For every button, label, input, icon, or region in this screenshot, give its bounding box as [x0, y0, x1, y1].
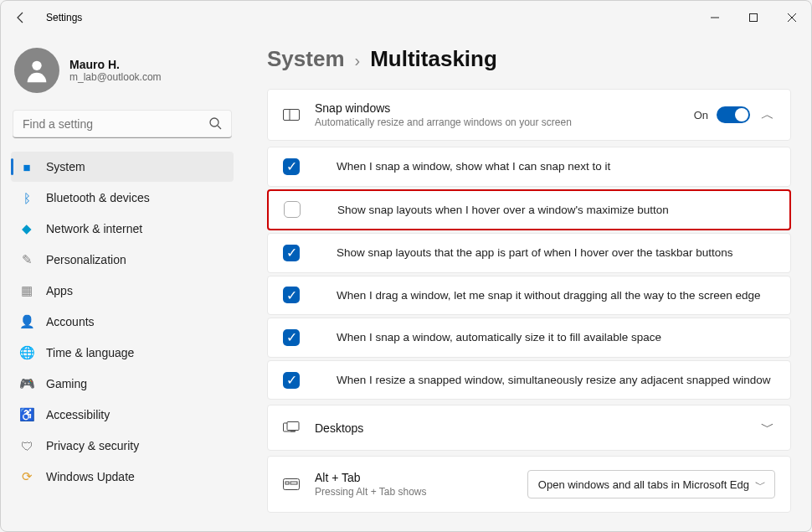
- sidebar-item-label: System: [46, 160, 85, 173]
- svg-rect-1: [750, 14, 758, 22]
- accounts-icon: 👤: [19, 314, 34, 329]
- search-icon: [208, 116, 222, 133]
- sidebar-item-time[interactable]: 🌐Time & language: [11, 338, 234, 368]
- snap-option-label: When I resize a snapped window, simultan…: [337, 373, 771, 388]
- window-title: Settings: [46, 12, 82, 23]
- display-icon: ■: [19, 159, 34, 174]
- globe-icon: 🌐: [19, 345, 34, 360]
- page-title: Multitasking: [370, 46, 497, 72]
- profile-name: Mauro H.: [69, 58, 162, 71]
- profile-email: m_lab@outlook.com: [69, 71, 162, 83]
- svg-point-4: [32, 61, 41, 70]
- sidebar-item-label: Personalization: [46, 253, 126, 266]
- sidebar-item-label: Accounts: [46, 315, 95, 328]
- svg-line-6: [218, 126, 221, 129]
- checkbox[interactable]: ✓: [283, 245, 300, 261]
- chevron-up-icon[interactable]: ︿: [760, 106, 775, 124]
- alttab-icon: [283, 478, 300, 490]
- dropdown-value: Open windows and all tabs in Microsoft E…: [538, 478, 749, 491]
- network-icon: ◆: [19, 221, 34, 236]
- snap-toggle[interactable]: [717, 106, 750, 123]
- maximize-button[interactable]: [734, 1, 773, 34]
- checkbox[interactable]: [284, 201, 301, 218]
- close-button[interactable]: [773, 1, 811, 34]
- sidebar-item-label: Apps: [46, 284, 73, 297]
- sidebar-item-accessibility[interactable]: ♿Accessibility: [11, 400, 234, 430]
- snap-title: Snap windows: [315, 101, 572, 115]
- sidebar-item-label: Windows Update: [46, 470, 135, 483]
- sidebar-item-privacy[interactable]: 🛡Privacy & security: [11, 431, 234, 461]
- sidebar-item-system[interactable]: ■System: [11, 152, 234, 182]
- snap-option-row[interactable]: ✓ When I snap a window, automatically si…: [267, 318, 791, 358]
- breadcrumb-parent[interactable]: System: [267, 46, 345, 72]
- svg-point-5: [210, 118, 218, 127]
- brush-icon: ✎: [19, 252, 34, 267]
- toggle-state-label: On: [694, 109, 708, 121]
- search-input[interactable]: [13, 110, 232, 138]
- snap-windows-card: Snap windows Automatically resize and ar…: [267, 89, 791, 141]
- bluetooth-icon: ᛒ: [19, 190, 34, 205]
- snap-option-row[interactable]: ✓ Show snap layouts that the app is part…: [267, 233, 791, 273]
- snap-options-list: ✓ When I snap a window, show what I can …: [267, 147, 791, 400]
- sidebar-item-label: Privacy & security: [46, 439, 139, 452]
- snap-windows-header[interactable]: Snap windows Automatically resize and ar…: [268, 90, 790, 140]
- svg-rect-7: [284, 110, 300, 121]
- sidebar-item-accounts[interactable]: 👤Accounts: [11, 307, 234, 337]
- sidebar-item-label: Network & internet: [46, 222, 142, 235]
- chevron-down-icon[interactable]: ﹀: [760, 419, 775, 436]
- avatar: [14, 48, 59, 93]
- sidebar-item-apps[interactable]: ▦Apps: [11, 276, 234, 306]
- snap-subtitle: Automatically resize and arrange windows…: [315, 116, 572, 128]
- breadcrumb: System › Multitasking: [267, 34, 791, 89]
- checkbox[interactable]: ✓: [283, 287, 300, 303]
- accessibility-icon: ♿: [19, 407, 34, 422]
- snap-option-row[interactable]: ✓ When I snap a window, show what I can …: [267, 147, 791, 187]
- snap-option-label: Show snap layouts that the app is part o…: [337, 245, 733, 261]
- content: System › Multitasking Snap windows Autom…: [244, 34, 811, 531]
- svg-rect-10: [287, 421, 299, 430]
- snap-option-label: When I drag a window, let me snap it wit…: [337, 288, 761, 303]
- minimize-button[interactable]: [696, 1, 734, 34]
- sidebar-item-label: Gaming: [46, 377, 87, 390]
- sidebar-item-personalization[interactable]: ✎Personalization: [11, 245, 234, 275]
- snap-option-row[interactable]: ✓ When I resize a snapped window, simult…: [267, 360, 791, 400]
- snap-option-row-highlighted[interactable]: Show snap layouts when I hover over a wi…: [267, 189, 791, 231]
- sidebar-item-network[interactable]: ◆Network & internet: [11, 214, 234, 244]
- checkbox[interactable]: ✓: [283, 372, 300, 389]
- desktops-icon: [283, 421, 300, 435]
- sidebar-item-label: Accessibility: [46, 408, 110, 421]
- apps-icon: ▦: [19, 283, 34, 298]
- sidebar-item-bluetooth[interactable]: ᛒBluetooth & devices: [11, 183, 234, 213]
- chevron-right-icon: ›: [355, 51, 361, 70]
- shield-icon: 🛡: [19, 438, 34, 453]
- snap-option-label: When I snap a window, automatically size…: [337, 330, 661, 345]
- sidebar: Mauro H. m_lab@outlook.com ■System ᛒBlue…: [1, 34, 244, 531]
- checkbox[interactable]: ✓: [283, 158, 300, 175]
- snap-icon: [283, 109, 300, 121]
- sidebar-item-update[interactable]: ⟳Windows Update: [11, 462, 234, 492]
- update-icon: ⟳: [19, 469, 34, 484]
- desktops-row[interactable]: Desktops ﹀: [267, 405, 791, 451]
- nav-list: ■System ᛒBluetooth & devices ◆Network & …: [11, 152, 234, 492]
- search-box[interactable]: [13, 110, 232, 138]
- chevron-down-icon: ﹀: [755, 478, 766, 493]
- profile[interactable]: Mauro H. m_lab@outlook.com: [11, 41, 234, 106]
- sidebar-item-gaming[interactable]: 🎮Gaming: [11, 369, 234, 399]
- desktops-title: Desktops: [315, 421, 363, 435]
- snap-option-label: When I snap a window, show what I can sn…: [337, 159, 610, 174]
- titlebar: Settings: [1, 1, 811, 34]
- sidebar-item-label: Time & language: [46, 346, 134, 359]
- back-button[interactable]: [13, 9, 29, 26]
- alttab-row[interactable]: Alt + Tab Pressing Alt + Tab shows Open …: [267, 456, 791, 513]
- gaming-icon: 🎮: [19, 376, 34, 391]
- alttab-subtitle: Pressing Alt + Tab shows: [315, 486, 427, 498]
- svg-rect-14: [290, 482, 297, 484]
- snap-option-label: Show snap layouts when I hover over a wi…: [337, 203, 669, 218]
- snap-option-row[interactable]: ✓ When I drag a window, let me snap it w…: [267, 276, 791, 316]
- sidebar-item-label: Bluetooth & devices: [46, 191, 150, 204]
- alttab-dropdown[interactable]: Open windows and all tabs in Microsoft E…: [527, 470, 775, 498]
- svg-rect-13: [285, 482, 289, 484]
- alttab-title: Alt + Tab: [315, 471, 427, 484]
- window-controls: [696, 1, 811, 34]
- checkbox[interactable]: ✓: [283, 329, 300, 346]
